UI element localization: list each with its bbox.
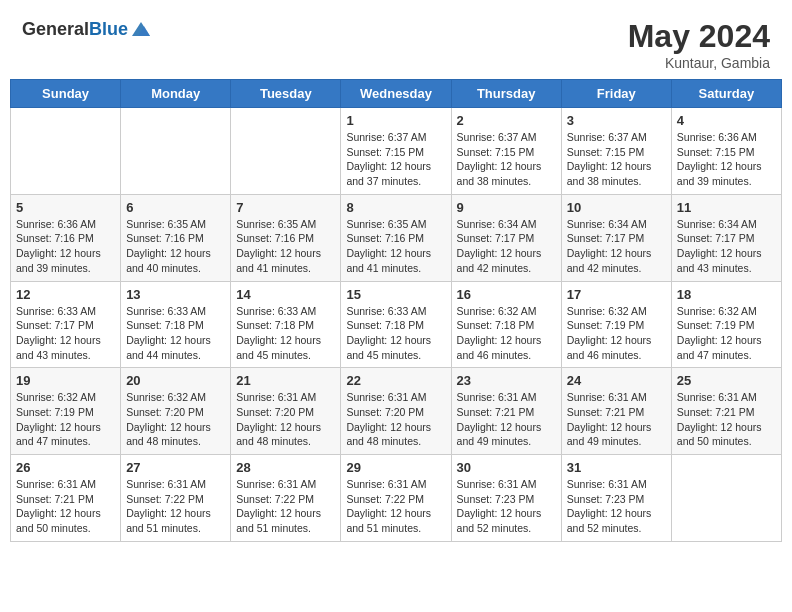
logo-icon (130, 18, 152, 40)
day-header-tuesday: Tuesday (231, 80, 341, 108)
day-info: Sunrise: 6:32 AMSunset: 7:19 PMDaylight:… (567, 304, 666, 363)
day-info: Sunrise: 6:31 AMSunset: 7:23 PMDaylight:… (567, 477, 666, 536)
day-number: 22 (346, 373, 445, 388)
day-number: 18 (677, 287, 776, 302)
calendar-cell: 14Sunrise: 6:33 AMSunset: 7:18 PMDayligh… (231, 281, 341, 368)
day-info: Sunrise: 6:32 AMSunset: 7:20 PMDaylight:… (126, 390, 225, 449)
calendar-cell: 12Sunrise: 6:33 AMSunset: 7:17 PMDayligh… (11, 281, 121, 368)
calendar-cell: 20Sunrise: 6:32 AMSunset: 7:20 PMDayligh… (121, 368, 231, 455)
calendar-cell: 2Sunrise: 6:37 AMSunset: 7:15 PMDaylight… (451, 108, 561, 195)
day-info: Sunrise: 6:31 AMSunset: 7:20 PMDaylight:… (236, 390, 335, 449)
calendar-cell: 13Sunrise: 6:33 AMSunset: 7:18 PMDayligh… (121, 281, 231, 368)
calendar-cell: 6Sunrise: 6:35 AMSunset: 7:16 PMDaylight… (121, 194, 231, 281)
calendar-cell: 30Sunrise: 6:31 AMSunset: 7:23 PMDayligh… (451, 455, 561, 542)
calendar-cell: 11Sunrise: 6:34 AMSunset: 7:17 PMDayligh… (671, 194, 781, 281)
day-header-saturday: Saturday (671, 80, 781, 108)
calendar-cell: 3Sunrise: 6:37 AMSunset: 7:15 PMDaylight… (561, 108, 671, 195)
day-info: Sunrise: 6:31 AMSunset: 7:22 PMDaylight:… (126, 477, 225, 536)
day-header-friday: Friday (561, 80, 671, 108)
day-number: 7 (236, 200, 335, 215)
day-number: 24 (567, 373, 666, 388)
day-info: Sunrise: 6:31 AMSunset: 7:21 PMDaylight:… (16, 477, 115, 536)
calendar-cell: 23Sunrise: 6:31 AMSunset: 7:21 PMDayligh… (451, 368, 561, 455)
logo: GeneralBlue (22, 18, 152, 40)
calendar-cell: 17Sunrise: 6:32 AMSunset: 7:19 PMDayligh… (561, 281, 671, 368)
calendar-cell: 26Sunrise: 6:31 AMSunset: 7:21 PMDayligh… (11, 455, 121, 542)
day-header-sunday: Sunday (11, 80, 121, 108)
day-number: 25 (677, 373, 776, 388)
day-number: 9 (457, 200, 556, 215)
day-info: Sunrise: 6:37 AMSunset: 7:15 PMDaylight:… (346, 130, 445, 189)
day-info: Sunrise: 6:31 AMSunset: 7:21 PMDaylight:… (457, 390, 556, 449)
day-number: 10 (567, 200, 666, 215)
day-info: Sunrise: 6:33 AMSunset: 7:18 PMDaylight:… (236, 304, 335, 363)
day-info: Sunrise: 6:34 AMSunset: 7:17 PMDaylight:… (677, 217, 776, 276)
day-info: Sunrise: 6:35 AMSunset: 7:16 PMDaylight:… (126, 217, 225, 276)
calendar-cell: 4Sunrise: 6:36 AMSunset: 7:15 PMDaylight… (671, 108, 781, 195)
day-info: Sunrise: 6:34 AMSunset: 7:17 PMDaylight:… (567, 217, 666, 276)
day-info: Sunrise: 6:31 AMSunset: 7:23 PMDaylight:… (457, 477, 556, 536)
day-info: Sunrise: 6:31 AMSunset: 7:22 PMDaylight:… (346, 477, 445, 536)
calendar-cell: 27Sunrise: 6:31 AMSunset: 7:22 PMDayligh… (121, 455, 231, 542)
calendar-cell (121, 108, 231, 195)
day-info: Sunrise: 6:37 AMSunset: 7:15 PMDaylight:… (457, 130, 556, 189)
day-header-thursday: Thursday (451, 80, 561, 108)
calendar-cell: 15Sunrise: 6:33 AMSunset: 7:18 PMDayligh… (341, 281, 451, 368)
day-info: Sunrise: 6:36 AMSunset: 7:15 PMDaylight:… (677, 130, 776, 189)
day-info: Sunrise: 6:36 AMSunset: 7:16 PMDaylight:… (16, 217, 115, 276)
day-number: 19 (16, 373, 115, 388)
day-number: 13 (126, 287, 225, 302)
calendar-cell (671, 455, 781, 542)
day-info: Sunrise: 6:31 AMSunset: 7:21 PMDaylight:… (677, 390, 776, 449)
day-number: 15 (346, 287, 445, 302)
day-header-monday: Monday (121, 80, 231, 108)
day-info: Sunrise: 6:33 AMSunset: 7:17 PMDaylight:… (16, 304, 115, 363)
day-header-wednesday: Wednesday (341, 80, 451, 108)
day-info: Sunrise: 6:31 AMSunset: 7:20 PMDaylight:… (346, 390, 445, 449)
day-number: 31 (567, 460, 666, 475)
calendar-table: SundayMondayTuesdayWednesdayThursdayFrid… (10, 79, 782, 542)
calendar-cell: 16Sunrise: 6:32 AMSunset: 7:18 PMDayligh… (451, 281, 561, 368)
day-info: Sunrise: 6:33 AMSunset: 7:18 PMDaylight:… (126, 304, 225, 363)
day-number: 21 (236, 373, 335, 388)
calendar-cell: 18Sunrise: 6:32 AMSunset: 7:19 PMDayligh… (671, 281, 781, 368)
day-number: 4 (677, 113, 776, 128)
day-info: Sunrise: 6:35 AMSunset: 7:16 PMDaylight:… (346, 217, 445, 276)
day-number: 6 (126, 200, 225, 215)
calendar-cell (231, 108, 341, 195)
day-info: Sunrise: 6:37 AMSunset: 7:15 PMDaylight:… (567, 130, 666, 189)
day-info: Sunrise: 6:35 AMSunset: 7:16 PMDaylight:… (236, 217, 335, 276)
day-number: 14 (236, 287, 335, 302)
day-number: 16 (457, 287, 556, 302)
day-info: Sunrise: 6:32 AMSunset: 7:18 PMDaylight:… (457, 304, 556, 363)
day-number: 23 (457, 373, 556, 388)
calendar-cell: 29Sunrise: 6:31 AMSunset: 7:22 PMDayligh… (341, 455, 451, 542)
calendar-cell: 1Sunrise: 6:37 AMSunset: 7:15 PMDaylight… (341, 108, 451, 195)
day-info: Sunrise: 6:32 AMSunset: 7:19 PMDaylight:… (677, 304, 776, 363)
day-number: 30 (457, 460, 556, 475)
day-number: 17 (567, 287, 666, 302)
day-info: Sunrise: 6:33 AMSunset: 7:18 PMDaylight:… (346, 304, 445, 363)
day-info: Sunrise: 6:31 AMSunset: 7:21 PMDaylight:… (567, 390, 666, 449)
day-number: 28 (236, 460, 335, 475)
day-number: 20 (126, 373, 225, 388)
calendar-cell: 10Sunrise: 6:34 AMSunset: 7:17 PMDayligh… (561, 194, 671, 281)
calendar-cell: 24Sunrise: 6:31 AMSunset: 7:21 PMDayligh… (561, 368, 671, 455)
day-info: Sunrise: 6:34 AMSunset: 7:17 PMDaylight:… (457, 217, 556, 276)
calendar-cell: 5Sunrise: 6:36 AMSunset: 7:16 PMDaylight… (11, 194, 121, 281)
calendar-cell: 25Sunrise: 6:31 AMSunset: 7:21 PMDayligh… (671, 368, 781, 455)
day-number: 11 (677, 200, 776, 215)
calendar-cell: 22Sunrise: 6:31 AMSunset: 7:20 PMDayligh… (341, 368, 451, 455)
calendar-cell: 19Sunrise: 6:32 AMSunset: 7:19 PMDayligh… (11, 368, 121, 455)
calendar-cell: 9Sunrise: 6:34 AMSunset: 7:17 PMDaylight… (451, 194, 561, 281)
page-header: GeneralBlue May 2024 Kuntaur, Gambia (10, 10, 782, 79)
calendar-cell: 31Sunrise: 6:31 AMSunset: 7:23 PMDayligh… (561, 455, 671, 542)
calendar-cell: 7Sunrise: 6:35 AMSunset: 7:16 PMDaylight… (231, 194, 341, 281)
day-number: 26 (16, 460, 115, 475)
day-number: 8 (346, 200, 445, 215)
day-number: 5 (16, 200, 115, 215)
day-number: 29 (346, 460, 445, 475)
calendar-cell: 8Sunrise: 6:35 AMSunset: 7:16 PMDaylight… (341, 194, 451, 281)
month-title: May 2024 (628, 18, 770, 55)
day-number: 27 (126, 460, 225, 475)
